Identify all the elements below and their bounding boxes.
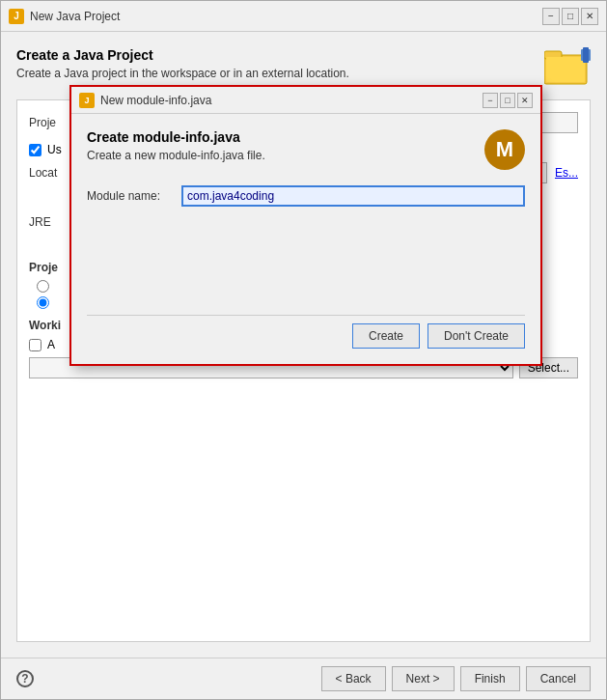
next-button[interactable]: Next > xyxy=(392,666,455,691)
module-name-label: Module name: xyxy=(87,189,174,203)
page-subtitle: Create a Java project in the workspace o… xyxy=(16,67,349,80)
layout-radio-2[interactable] xyxy=(37,296,49,309)
module-name-row: Module name: xyxy=(87,185,525,207)
modal-close-button[interactable]: ✕ xyxy=(517,93,533,108)
folder-icon xyxy=(544,47,591,86)
modal-header: Create module-info.java Create a new mod… xyxy=(87,129,525,170)
modal-content: Create module-info.java Create a new mod… xyxy=(71,114,540,364)
add-working-sets-checkbox[interactable] xyxy=(29,339,41,351)
modal-restore-button[interactable]: □ xyxy=(500,93,515,108)
dont-create-button[interactable]: Don't Create xyxy=(428,323,525,349)
layout-radio-1[interactable] xyxy=(37,280,49,293)
add-working-sets-label: A xyxy=(47,338,55,351)
cancel-button[interactable]: Cancel xyxy=(526,666,591,691)
page-title: Create a Java Project xyxy=(16,47,349,63)
minimize-button[interactable]: − xyxy=(542,8,560,25)
use-default-label: Us xyxy=(47,143,62,156)
modal-titlebar-controls: − □ ✕ xyxy=(483,93,533,108)
create-button[interactable]: Create xyxy=(352,323,420,349)
module-name-input[interactable] xyxy=(181,185,525,207)
modal-header-text: Create module-info.java Create a new mod… xyxy=(87,129,265,162)
close-button[interactable]: ✕ xyxy=(581,8,598,25)
browse-link[interactable]: Es... xyxy=(555,166,578,180)
modal-window-title: New module-info.java xyxy=(100,94,477,107)
outer-header-text: Create a Java Project Create a Java proj… xyxy=(16,47,349,80)
modal-spacer xyxy=(87,218,525,315)
outer-window-title: New Java Project xyxy=(30,10,537,23)
bottom-buttons: < Back Next > Finish Cancel xyxy=(321,666,591,691)
module-icon-letter: M xyxy=(496,137,513,162)
modal-subtitle: Create a new module-info.java file. xyxy=(87,149,265,162)
modal-dialog: J New module-info.java − □ ✕ Create modu… xyxy=(69,85,542,366)
restore-button[interactable]: □ xyxy=(562,8,579,25)
modal-minimize-button[interactable]: − xyxy=(483,93,498,108)
modal-footer: Create Don't Create xyxy=(87,315,525,349)
outer-window-icon: J xyxy=(9,9,24,24)
modal-window-icon: J xyxy=(79,93,95,108)
modal-title: Create module-info.java xyxy=(87,129,265,145)
finish-button[interactable]: Finish xyxy=(460,666,520,691)
help-button[interactable]: ? xyxy=(16,670,34,687)
back-button[interactable]: < Back xyxy=(321,666,386,691)
outer-bottom-bar: ? < Back Next > Finish Cancel xyxy=(1,658,606,699)
modal-titlebar: J New module-info.java − □ ✕ xyxy=(71,87,540,114)
outer-header: Create a Java Project Create a Java proj… xyxy=(16,47,591,86)
module-icon: M xyxy=(484,129,525,170)
use-default-checkbox[interactable] xyxy=(29,144,41,156)
svg-rect-4 xyxy=(583,47,589,63)
svg-rect-2 xyxy=(546,57,585,82)
outer-titlebar: J New Java Project − □ ✕ xyxy=(1,1,606,32)
outer-titlebar-controls: − □ ✕ xyxy=(542,8,598,25)
